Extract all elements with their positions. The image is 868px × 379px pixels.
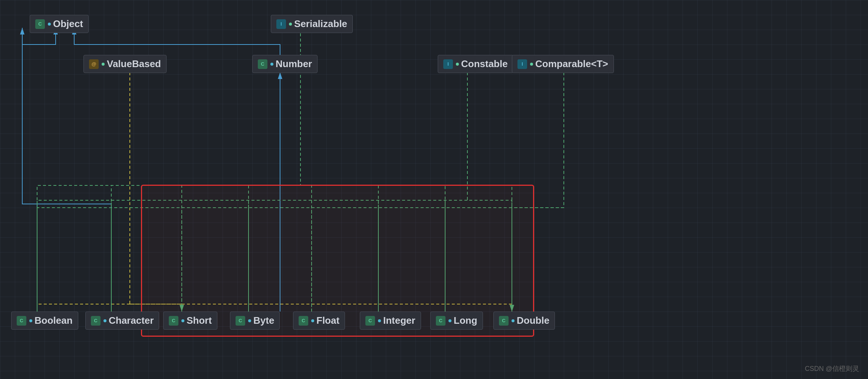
node-label-comparable: Comparable<T> — [535, 58, 608, 70]
node-number[interactable]: CNumber — [252, 55, 318, 73]
node-label-float: Float — [316, 315, 339, 326]
node-comparable[interactable]: IComparable<T> — [512, 55, 614, 73]
watermark: CSDN @信橙则灵 — [805, 364, 859, 373]
node-label-character: Character — [109, 315, 154, 326]
node-label-number: Number — [276, 58, 312, 70]
node-byte[interactable]: CByte — [230, 312, 280, 330]
node-double[interactable]: CDouble — [493, 312, 555, 330]
node-label-byte: Byte — [253, 315, 274, 326]
node-label-serializable: Serializable — [294, 18, 347, 30]
node-float[interactable]: CFloat — [293, 312, 345, 330]
node-object[interactable]: CObject — [30, 15, 89, 33]
node-label-object: Object — [53, 18, 83, 30]
node-label-valuebased: ValueBased — [107, 58, 161, 70]
node-label-long: Long — [454, 315, 477, 326]
node-label-boolean: Boolean — [34, 315, 73, 326]
node-short[interactable]: CShort — [163, 312, 217, 330]
node-integer[interactable]: CInteger — [360, 312, 421, 330]
node-long[interactable]: CLong — [430, 312, 483, 330]
node-label-constable: Constable — [461, 58, 508, 70]
node-serializable[interactable]: ISerializable — [271, 15, 353, 33]
node-valuebased[interactable]: @ValueBased — [83, 55, 167, 73]
node-label-short: Short — [187, 315, 212, 326]
node-character[interactable]: CCharacter — [85, 312, 159, 330]
node-label-double: Double — [517, 315, 549, 326]
node-boolean[interactable]: CBoolean — [11, 312, 78, 330]
node-label-integer: Integer — [383, 315, 415, 326]
node-constable[interactable]: IConstable — [438, 55, 513, 73]
